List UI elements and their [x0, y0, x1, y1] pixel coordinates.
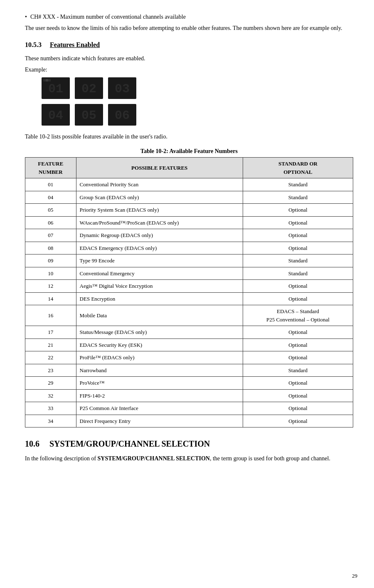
- pixel-digit-02: 02: [75, 77, 103, 99]
- table-header-row: FEATURENUMBER POSSIBLE FEATURES STANDARD…: [25, 158, 353, 178]
- section-body1: These numbers indicate which features ar…: [25, 54, 353, 63]
- table-cell-11-1: Status/Message (EDACS only): [76, 326, 243, 339]
- pixel-digit-05: 05: [75, 104, 103, 126]
- col-header-possible-features: POSSIBLE FEATURES: [76, 158, 243, 178]
- table-cell-15-2: Optional: [243, 377, 353, 390]
- table-cell-14-0: 23: [25, 364, 76, 377]
- section2-bold: SYSTEM/GROUP/CHANNEL SELECTION: [98, 455, 210, 462]
- svg-text:06: 06: [115, 109, 130, 123]
- table-cell-4-1: Dynamic Regroup (EDACS only): [76, 229, 243, 242]
- table-cell-18-0: 34: [25, 415, 76, 427]
- table-cell-9-0: 14: [25, 292, 76, 305]
- table-cell-9-1: DES Encryption: [76, 292, 243, 305]
- table-row: 01Conventional Priority ScanStandard: [25, 178, 353, 191]
- pixel-display-example: 01 02 03 04 05 06: [42, 77, 353, 126]
- pixel-digit-01: 01: [42, 77, 70, 99]
- section-heading-106: 10.6 SYSTEM/GROUP/CHANNEL SELECTION: [25, 437, 353, 450]
- col-header-standard-optional: STANDARD OROPTIONAL: [243, 158, 353, 178]
- table-cell-3-0: 06: [25, 216, 76, 229]
- table-cell-4-2: Optional: [243, 229, 353, 242]
- svg-rect-1: [43, 79, 46, 82]
- table-cell-10-1: Mobile Data: [76, 305, 243, 326]
- svg-text:01: 01: [48, 82, 63, 96]
- section-number-1053: 10.5.3: [25, 40, 42, 50]
- table-cell-5-1: EDACS Emergency (EDACS only): [76, 242, 243, 254]
- table-cell-0-0: 01: [25, 178, 76, 191]
- table-cell-7-2: Standard: [243, 267, 353, 280]
- table-cell-1-2: Standard: [243, 191, 353, 204]
- table-cell-5-2: Optional: [243, 242, 353, 254]
- table-cell-2-0: 05: [25, 204, 76, 217]
- table-cell-7-0: 10: [25, 267, 76, 280]
- table-cell-17-2: Optional: [243, 402, 353, 415]
- table-row: 06WAscan/ProSound™/ProScan (EDACS only)O…: [25, 216, 353, 229]
- table-cell-15-1: ProVoice™: [76, 377, 243, 390]
- table-cell-3-1: WAscan/ProSound™/ProScan (EDACS only): [76, 216, 243, 229]
- table-row: 05Priority System Scan (EDACS only)Optio…: [25, 204, 353, 217]
- table-row: 17Status/Message (EDACS only)Optional: [25, 326, 353, 339]
- table-cell-2-1: Priority System Scan (EDACS only): [76, 204, 243, 217]
- table-cell-17-1: P25 Common Air Interface: [76, 402, 243, 415]
- table-caption: Table 10-2: Available Feature Numbers: [25, 147, 353, 156]
- bullet-item: CH# XXX - Maximum number of conventional…: [25, 12, 353, 21]
- table-row: 32FIPS-140-2Optional: [25, 389, 353, 402]
- table-row: 34Direct Frequency EntryOptional: [25, 415, 353, 427]
- table-cell-8-0: 12: [25, 280, 76, 293]
- table-cell-6-0: 09: [25, 254, 76, 267]
- table-cell-2-2: Optional: [243, 204, 353, 217]
- pixel-digit-03: 03: [108, 77, 136, 99]
- table-cell-8-2: Optional: [243, 280, 353, 293]
- pixel-grid: 01 02 03 04 05 06: [42, 77, 136, 126]
- table-cell-1-0: 04: [25, 191, 76, 204]
- section-number-106: 10.6: [25, 437, 39, 450]
- table-cell-0-1: Conventional Priority Scan: [76, 178, 243, 191]
- table-cell-11-2: Optional: [243, 326, 353, 339]
- table-cell-14-2: Standard: [243, 364, 353, 377]
- table-cell-12-2: Optional: [243, 338, 353, 351]
- table-cell-1-1: Group Scan (EDACS only): [76, 191, 243, 204]
- table-cell-11-0: 17: [25, 326, 76, 339]
- table-cell-16-0: 32: [25, 389, 76, 402]
- table-row: 08EDACS Emergency (EDACS only)Optional: [25, 242, 353, 254]
- table-cell-13-2: Optional: [243, 351, 353, 364]
- table-cell-10-0: 16: [25, 305, 76, 326]
- table-cell-13-0: 22: [25, 351, 76, 364]
- table-row: 14DES EncryptionOptional: [25, 292, 353, 305]
- section-title-106: SYSTEM/GROUP/CHANNEL SELECTION: [49, 437, 210, 450]
- table-cell-6-2: Standard: [243, 254, 353, 267]
- section2-body: In the following description of SYSTEM/G…: [25, 454, 353, 463]
- svg-text:04: 04: [48, 109, 63, 123]
- pixel-digit-06: 06: [108, 104, 136, 126]
- table-cell-6-1: Type 99 Encode: [76, 254, 243, 267]
- table-row: 09Type 99 EncodeStandard: [25, 254, 353, 267]
- table-row: 12Aegis™ Digital Voice EncryptionOptiona…: [25, 280, 353, 293]
- pixel-digit-04: 04: [42, 104, 70, 126]
- table-row: 22ProFile™ (EDACS only)Optional: [25, 351, 353, 364]
- table-row: 33P25 Common Air InterfaceOptional: [25, 402, 353, 415]
- svg-text:05: 05: [81, 109, 96, 123]
- table-cell-3-2: Optional: [243, 216, 353, 229]
- table-cell-14-1: Narrowband: [76, 364, 243, 377]
- table-cell-10-2: EDACS – StandardP25 Conventional – Optio…: [243, 305, 353, 326]
- table-row: 16Mobile DataEDACS – StandardP25 Convent…: [25, 305, 353, 326]
- table-cell-16-1: FIPS-140-2: [76, 389, 243, 402]
- table-row: 29ProVoice™Optional: [25, 377, 353, 390]
- table-cell-8-1: Aegis™ Digital Voice Encryption: [76, 280, 243, 293]
- table-cell-12-0: 21: [25, 338, 76, 351]
- intro-paragraph: The user needs to know the limits of his…: [25, 24, 353, 32]
- table-cell-18-1: Direct Frequency Entry: [76, 415, 243, 427]
- table-cell-16-2: Optional: [243, 389, 353, 402]
- svg-rect-3: [48, 79, 51, 82]
- table-row: 07Dynamic Regroup (EDACS only)Optional: [25, 229, 353, 242]
- section-heading-1053: 10.5.3 Features Enabled: [25, 40, 353, 50]
- section2-body1: In the following description of: [25, 455, 98, 462]
- table-cell-9-2: Optional: [243, 292, 353, 305]
- features-table: FEATURENUMBER POSSIBLE FEATURES STANDARD…: [25, 157, 353, 427]
- section-title-1053: Features Enabled: [50, 40, 100, 50]
- table-cell-7-1: Conventional Emergency: [76, 267, 243, 280]
- table-cell-15-0: 29: [25, 377, 76, 390]
- section2-body2: , the term group is used for both group …: [210, 455, 330, 462]
- svg-rect-2: [46, 79, 48, 82]
- svg-text:03: 03: [115, 82, 130, 96]
- col-header-feature-number: FEATURENUMBER: [25, 158, 76, 178]
